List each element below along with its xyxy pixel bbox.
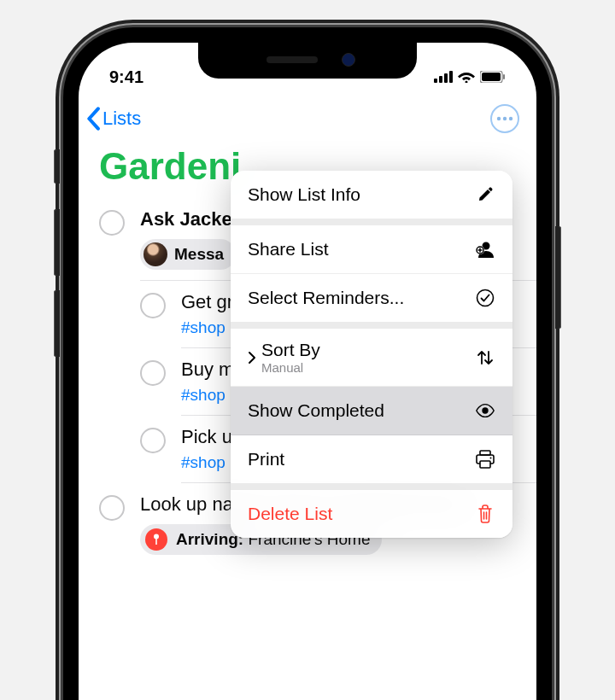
- menu-show-completed[interactable]: Show Completed: [231, 387, 512, 435]
- trash-icon: [475, 504, 495, 524]
- menu-show-list-info[interactable]: Show List Info: [231, 171, 512, 225]
- svg-rect-1: [439, 76, 442, 83]
- menu-label: Share List: [248, 239, 329, 260]
- menu-sublabel: Manual: [261, 360, 320, 376]
- menu-share-list[interactable]: Share List: [231, 225, 512, 274]
- wifi-icon: [458, 71, 475, 83]
- completion-circle[interactable]: [140, 428, 166, 453]
- menu-label: Show Completed: [248, 400, 384, 421]
- menu-label: Select Reminders...: [248, 288, 404, 308]
- back-label: Lists: [102, 108, 141, 130]
- svg-point-18: [482, 407, 488, 413]
- message-badge[interactable]: Messa: [140, 239, 236, 270]
- checkmark-circle-icon: [475, 288, 495, 308]
- menu-label: Delete List: [248, 504, 332, 524]
- svg-rect-5: [482, 73, 501, 81]
- chevron-left-icon: [85, 107, 101, 131]
- notch: [198, 43, 417, 79]
- svg-rect-3: [449, 71, 453, 83]
- more-button[interactable]: [490, 104, 519, 133]
- completion-circle[interactable]: [140, 360, 166, 386]
- completion-circle[interactable]: [140, 293, 166, 318]
- menu-label: Show List Info: [248, 184, 360, 205]
- status-indicators: [434, 71, 506, 83]
- back-button[interactable]: Lists: [85, 107, 141, 131]
- svg-point-9: [509, 117, 512, 120]
- battery-icon: [480, 71, 506, 83]
- menu-label: Print: [248, 449, 284, 470]
- menu-print[interactable]: Print: [231, 435, 512, 490]
- printer-icon: [475, 449, 495, 470]
- eye-icon: [475, 400, 495, 421]
- completion-circle[interactable]: [99, 495, 125, 521]
- pencil-icon: [475, 184, 495, 205]
- ellipsis-icon: [496, 116, 513, 121]
- volume-down-button: [54, 290, 60, 357]
- volume-up-button: [54, 209, 60, 276]
- svg-point-22: [490, 458, 492, 459]
- message-badge-label: Messa: [174, 245, 224, 264]
- avatar: [144, 242, 167, 266]
- mute-switch: [54, 149, 60, 184]
- chevron-right-icon: [248, 351, 256, 365]
- location-pin-icon: [145, 528, 167, 551]
- nav-bar: Lists: [79, 94, 536, 140]
- power-button: [555, 226, 561, 329]
- menu-sort-by[interactable]: Sort By Manual: [231, 329, 512, 387]
- sort-arrows-icon: [475, 347, 495, 368]
- svg-rect-2: [444, 73, 448, 83]
- share-person-icon: [475, 239, 495, 260]
- cellular-icon: [434, 71, 453, 83]
- menu-delete-list[interactable]: Delete List: [231, 490, 512, 538]
- screen: 9:41 Lists Gardeni Ask Jacke: [79, 43, 536, 700]
- status-time: 9:41: [109, 67, 144, 87]
- svg-rect-0: [434, 79, 437, 83]
- context-menu: Show List Info Share List Select Reminde…: [231, 171, 512, 538]
- svg-rect-21: [480, 461, 490, 468]
- menu-label: Sort By: [261, 339, 320, 360]
- svg-point-7: [497, 117, 501, 120]
- menu-select-reminders[interactable]: Select Reminders...: [231, 274, 512, 329]
- svg-point-17: [477, 290, 494, 306]
- completion-circle[interactable]: [99, 210, 125, 236]
- svg-point-8: [503, 117, 507, 120]
- svg-rect-6: [503, 74, 505, 79]
